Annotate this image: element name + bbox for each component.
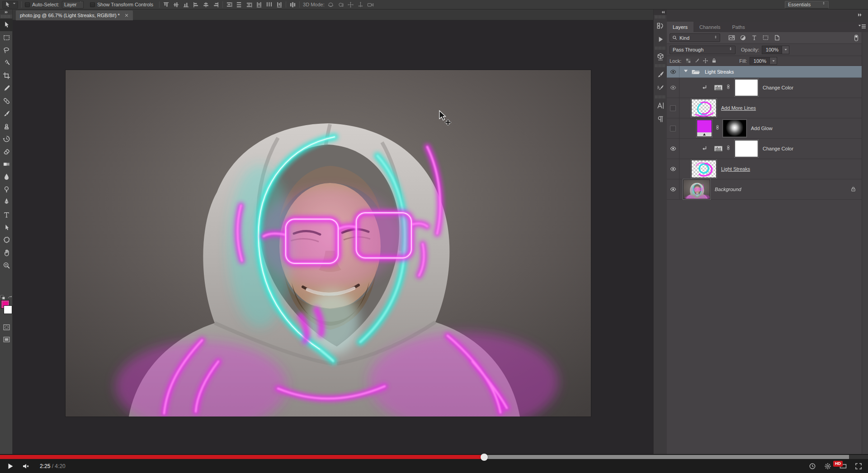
tool-eraser[interactable] — [0, 145, 13, 158]
visibility-toggle[interactable] — [667, 118, 679, 138]
smart-object-filter-icon[interactable] — [772, 33, 782, 42]
canvas-area[interactable] — [13, 20, 653, 454]
tool-crop[interactable] — [0, 69, 13, 82]
distribute-top-edges-icon[interactable] — [226, 1, 233, 8]
tool-healing-brush[interactable] — [0, 94, 13, 107]
layer-name[interactable]: Background — [715, 187, 741, 192]
auto-select-target-dropdown[interactable]: Layer — [62, 1, 84, 9]
lock-all-icon[interactable] — [710, 57, 718, 65]
layer-name[interactable]: Add Glow — [751, 126, 773, 131]
layer-row-change-color-bottom[interactable]: Change Color — [667, 139, 862, 159]
align-top-edges-icon[interactable] — [163, 1, 170, 8]
tab-channels[interactable]: Channels — [693, 22, 726, 32]
close-icon[interactable] — [124, 13, 129, 18]
align-left-edges-icon[interactable] — [193, 1, 199, 8]
tool-blur[interactable] — [0, 170, 13, 183]
shape-filter-icon[interactable] — [760, 33, 771, 42]
3d-rotate-icon[interactable] — [327, 1, 334, 8]
tool-pen[interactable] — [0, 196, 13, 208]
distribute-right-edges-icon[interactable] — [276, 1, 283, 8]
tool-hand[interactable] — [0, 246, 13, 259]
3d-roll-icon[interactable] — [337, 1, 344, 8]
opacity-value[interactable]: 100% — [762, 46, 782, 54]
tool-custom-shape[interactable] — [0, 234, 13, 246]
panel-menu-icon[interactable] — [858, 23, 866, 30]
tool-move[interactable] — [0, 19, 13, 31]
align-horizontal-centers-icon[interactable] — [203, 1, 209, 8]
type-filter-icon[interactable] — [749, 33, 760, 42]
adjustment-filter-icon[interactable] — [738, 33, 748, 42]
document-tab[interactable]: photo.jpg @ 66.7% (Light Streaks, RGB/8#… — [16, 10, 133, 20]
tool-type[interactable] — [0, 208, 13, 221]
visibility-toggle[interactable] — [667, 98, 679, 118]
tool-clone-stamp[interactable] — [0, 120, 13, 132]
align-bottom-edges-icon[interactable] — [183, 1, 189, 8]
visibility-toggle[interactable] — [667, 66, 679, 77]
tool-magic-wand[interactable] — [0, 56, 13, 69]
distribute-left-edges-icon[interactable] — [256, 1, 263, 8]
visibility-toggle[interactable] — [667, 179, 679, 199]
collapse-to-icons-button[interactable] — [857, 13, 864, 18]
fullscreen-icon[interactable] — [851, 463, 866, 470]
auto-select-checkbox[interactable] — [25, 2, 30, 7]
tool-brush[interactable] — [0, 107, 13, 120]
quick-mask-icon[interactable] — [3, 323, 10, 331]
glow-mask-thumbnail[interactable] — [723, 120, 746, 137]
auto-align-layers-icon[interactable] — [289, 1, 296, 8]
panel-icon-history[interactable] — [654, 19, 667, 33]
opacity-dropdown-button[interactable] — [782, 46, 789, 54]
layer-row-light-streaks[interactable]: Light Streaks — [667, 159, 862, 179]
pixel-filter-icon[interactable] — [726, 33, 737, 42]
lock-position-icon[interactable] — [701, 57, 710, 65]
layer-row-group-light-streaks[interactable]: Light Streaks — [667, 66, 862, 78]
play-button[interactable] — [3, 459, 18, 473]
tool-preset-picker[interactable] — [2, 1, 18, 9]
layer-name[interactable]: Light Streaks — [705, 69, 734, 75]
panel-icon-paragraph-panel[interactable] — [654, 112, 667, 126]
toolbar-collapse-button[interactable] — [0, 9, 12, 14]
tab-paths[interactable]: Paths — [726, 22, 751, 32]
layer-mask-thumbnail[interactable] — [735, 79, 758, 96]
layer-row-change-color-top[interactable]: Change Color — [667, 78, 862, 98]
distribute-horizontal-centers-icon[interactable] — [266, 1, 273, 8]
3d-drag-icon[interactable] — [347, 1, 354, 8]
panel-icon-brush-panel[interactable] — [654, 68, 667, 81]
distribute-vertical-centers-icon[interactable] — [236, 1, 243, 8]
swap-colors-icon[interactable] — [8, 295, 13, 300]
tool-lasso[interactable] — [0, 44, 13, 56]
align-vertical-centers-icon[interactable] — [173, 1, 179, 8]
expand-triangle-icon[interactable] — [683, 68, 689, 75]
layer-row-background[interactable]: Background — [667, 179, 862, 200]
visibility-empty-box[interactable] — [670, 105, 676, 111]
layer-name[interactable]: Light Streaks — [721, 166, 750, 172]
layer-thumbnail[interactable] — [691, 99, 717, 117]
background-color-swatch[interactable] — [4, 305, 12, 314]
lock-pixels-icon[interactable] — [693, 57, 701, 65]
panel-icon-brush-presets[interactable] — [654, 81, 667, 95]
layer-name[interactable]: Change Color — [763, 146, 793, 151]
3d-camera-icon[interactable] — [367, 1, 374, 8]
visibility-toggle[interactable] — [667, 139, 679, 159]
tool-eyedropper[interactable] — [0, 82, 13, 94]
tool-gradient[interactable] — [0, 158, 13, 170]
watch-later-icon[interactable] — [805, 463, 820, 470]
workspace-switcher[interactable]: Essentials — [785, 1, 829, 9]
visibility-toggle[interactable] — [667, 159, 679, 179]
screen-mode-icon[interactable] — [3, 336, 10, 343]
lock-transparent-icon[interactable] — [684, 57, 693, 65]
panel-icon-actions-play[interactable] — [654, 33, 667, 46]
tab-layers[interactable]: Layers — [667, 22, 693, 32]
layer-name[interactable]: Change Color — [763, 85, 793, 90]
align-right-edges-icon[interactable] — [212, 1, 219, 8]
tool-marquee[interactable] — [0, 31, 13, 44]
filter-toggle-icon[interactable] — [854, 34, 859, 42]
photo-document[interactable] — [66, 70, 591, 417]
panel-icon-3d-panel[interactable] — [654, 50, 667, 64]
blend-mode-dropdown[interactable]: Pass Through — [670, 46, 736, 54]
fill-dropdown-button[interactable] — [770, 57, 777, 65]
default-colors-icon[interactable] — [0, 295, 5, 300]
fill-layer-thumbnail[interactable] — [697, 120, 712, 137]
3d-slide-icon[interactable] — [357, 1, 364, 8]
distribute-bottom-edges-icon[interactable] — [246, 1, 253, 8]
show-transform-checkbox[interactable] — [90, 2, 95, 7]
